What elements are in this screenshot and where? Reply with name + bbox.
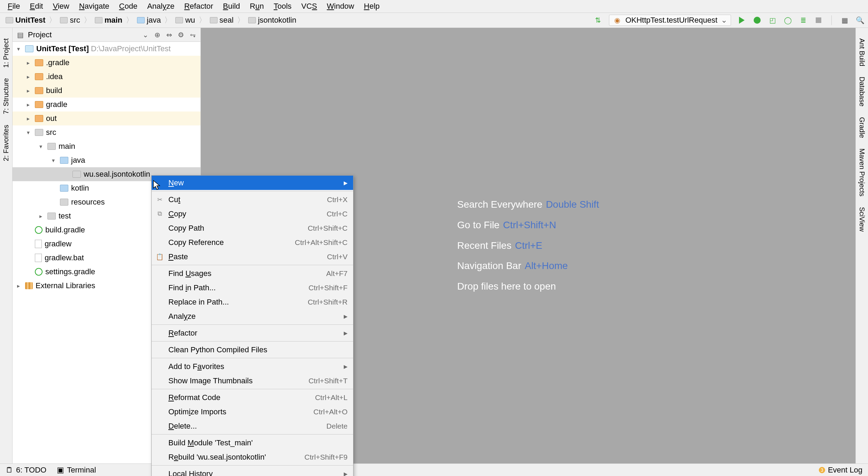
tree-row-src[interactable]: ▾src: [13, 125, 200, 139]
ctx-label: Delete...: [168, 422, 322, 431]
menu-tools[interactable]: Tools: [269, 0, 296, 12]
menu-analyze[interactable]: Analyze: [142, 0, 179, 12]
ctx-show-image-thumbnails[interactable]: Show Image ThumbnailsCtrl+Shift+T: [152, 374, 353, 388]
ctx-replace-in-path-[interactable]: Replace in Path...Ctrl+Shift+R: [152, 295, 353, 309]
tool-tab--favorites[interactable]: 2: Favorites: [2, 125, 10, 161]
tool-tab--structure[interactable]: 7: Structure: [2, 78, 10, 114]
update-icon[interactable]: ⇅: [594, 16, 603, 25]
menu-code[interactable]: Code: [114, 0, 143, 12]
ctx-reformat-code[interactable]: Reformat CodeCtrl+Alt+L: [152, 390, 353, 405]
chevron-down-icon[interactable]: ▾: [37, 143, 45, 150]
tree-row--gradle[interactable]: ▸.gradle: [13, 56, 200, 70]
chevron-right-icon[interactable]: ▸: [24, 115, 32, 122]
tree-row-build[interactable]: ▸build: [13, 84, 200, 98]
ctx-add-to-favorites[interactable]: Add to Favorites▸: [152, 359, 353, 374]
profile-button[interactable]: ◯: [783, 16, 792, 25]
ctx-optimize-imports[interactable]: Optimize ImportsCtrl+Alt+O: [152, 405, 353, 419]
layout-button[interactable]: ▦: [840, 16, 849, 25]
chevron-right-icon[interactable]: ▸: [24, 101, 32, 108]
run-button[interactable]: [737, 16, 746, 25]
editor-hint: Drop files here to open: [457, 276, 599, 297]
tree-label: build.gradle: [45, 225, 85, 235]
breadcrumb-unittest[interactable]: UnitTest: [3, 15, 47, 25]
menu-run[interactable]: Run: [245, 0, 269, 12]
ctx-paste[interactable]: 📋PasteCtrl+V: [152, 249, 353, 264]
menu-navigate[interactable]: Navigate: [74, 0, 114, 12]
tool-tab-sciview[interactable]: SciView: [858, 207, 866, 232]
tree-row-java[interactable]: ▾java: [13, 153, 200, 167]
tree-row--idea[interactable]: ▸.idea: [13, 70, 200, 84]
chevron-right-icon[interactable]: ▸: [15, 283, 22, 289]
menu-help[interactable]: Help: [359, 0, 384, 12]
ctx-delete-[interactable]: Delete...Delete: [152, 419, 353, 433]
ctx-find-usages[interactable]: Find UsagesAlt+F7: [152, 266, 353, 281]
chevron-right-icon[interactable]: ▸: [24, 87, 32, 94]
status-terminal[interactable]: ▣ Terminal: [57, 466, 96, 475]
hint-shortcut: Double Shift: [546, 194, 599, 215]
chevron-down-icon[interactable]: ▾: [50, 157, 57, 164]
menu-window[interactable]: Window: [322, 0, 359, 12]
chevron-right-icon[interactable]: ▸: [24, 60, 32, 66]
menu-vcs[interactable]: VCS: [296, 0, 322, 12]
coverage-button[interactable]: ◰: [768, 16, 777, 25]
ctx-copy[interactable]: ⧉CopyCtrl+C: [152, 207, 353, 221]
ctx-refactor[interactable]: Refactor▸: [152, 326, 353, 340]
menu-edit[interactable]: Edit: [25, 0, 48, 12]
status-todo[interactable]: 🗒 6: TODO: [6, 466, 46, 475]
context-menu[interactable]: New▸✂CutCtrl+X⧉CopyCtrl+CCopy PathCtrl+S…: [151, 175, 353, 476]
debug-button[interactable]: [753, 16, 762, 25]
stop-button[interactable]: [814, 16, 823, 25]
breadcrumb-main[interactable]: main: [93, 15, 124, 25]
tree-row-main[interactable]: ▾main: [13, 139, 200, 153]
ctx-shortcut: Ctrl+C: [327, 210, 348, 218]
tool-tab-database[interactable]: Database: [858, 77, 866, 107]
project-header: ▤ Project ⌄ ⊕ ⇔ ⚙ ⥆: [13, 28, 200, 42]
target-icon[interactable]: ⊕: [153, 31, 161, 39]
tool-tab--project[interactable]: 1: Project: [2, 38, 10, 68]
ctx-copy-path[interactable]: Copy PathCtrl+Shift+C: [152, 221, 353, 235]
tool-tab-gradle[interactable]: Gradle: [858, 117, 866, 138]
chevron-right-icon[interactable]: ▸: [24, 74, 32, 80]
chevron-right-icon[interactable]: ▸: [37, 213, 45, 220]
breadcrumb-jsontokotlin[interactable]: jsontokotlin: [246, 15, 298, 25]
breadcrumb-java[interactable]: java: [135, 15, 163, 25]
ctx-cut[interactable]: ✂CutCtrl+X: [152, 192, 353, 207]
ctx-find-in-path-[interactable]: Find in Path...Ctrl+Shift+F: [152, 281, 353, 295]
breadcrumb[interactable]: UnitTest〉src〉main〉java〉wu〉seal〉jsontokot…: [3, 15, 298, 25]
trace-button[interactable]: ≣: [799, 16, 808, 25]
ctx-build-module-test-main-[interactable]: Build Module 'Test_main': [152, 436, 353, 450]
ctx-new[interactable]: New▸: [152, 176, 353, 190]
menu-refactor[interactable]: Refactor: [179, 0, 218, 12]
breadcrumb-seal[interactable]: seal: [208, 15, 236, 25]
chevron-down-icon[interactable]: ⌄: [141, 31, 150, 39]
search-icon[interactable]: 🔍: [855, 16, 865, 25]
breadcrumb-wu[interactable]: wu: [173, 15, 197, 25]
ctx-copy-reference[interactable]: Copy ReferenceCtrl+Alt+Shift+C: [152, 235, 353, 249]
blank-icon: [155, 313, 164, 320]
ctx-label: Add to Favorites: [168, 362, 340, 371]
tree-row-out[interactable]: ▸out: [13, 112, 200, 125]
ctx-shortcut: Alt+F7: [326, 269, 348, 278]
gear-icon[interactable]: ⚙: [177, 31, 185, 39]
breadcrumb-src[interactable]: src: [58, 15, 82, 25]
menu-build[interactable]: Build: [218, 0, 245, 12]
menu-file[interactable]: File: [3, 0, 25, 12]
chevron-down-icon[interactable]: ▾: [24, 129, 32, 136]
ctx-local-history[interactable]: Local History▸: [152, 467, 353, 476]
editor-hints: Search EverywhereDouble ShiftGo to FileC…: [457, 194, 599, 297]
tool-tab-maven-projects[interactable]: Maven Projects: [858, 148, 866, 197]
menu-view[interactable]: View: [48, 0, 74, 12]
hide-icon[interactable]: ⥆: [189, 31, 197, 39]
tool-tab-ant-build[interactable]: Ant Build: [858, 38, 866, 66]
tree-row-unittest[interactable]: ▾UnitTest [Test] D:\JavaProject\UnitTest: [13, 42, 200, 56]
chevron-down-icon[interactable]: ▾: [15, 46, 22, 52]
breadcrumb-label: java: [147, 16, 161, 25]
tree-row-gradle[interactable]: ▸gradle: [13, 98, 200, 112]
ctx-clean-python-compiled-files[interactable]: Clean Python Compiled Files: [152, 343, 353, 357]
status-eventlog[interactable]: 3 Event Log: [819, 466, 862, 475]
ctx-analyze[interactable]: Analyze▸: [152, 309, 353, 323]
run-config-selector[interactable]: ◉ OKHttpTest.testUrlRequest ⌄: [609, 15, 731, 26]
ctx-rebuild-wu-seal-jsontokotlin-[interactable]: Rebuild 'wu.seal.jsontokotlin'Ctrl+Shift…: [152, 450, 353, 464]
ctx-label: Find Usages: [168, 269, 322, 278]
collapse-icon[interactable]: ⇔: [165, 31, 173, 39]
